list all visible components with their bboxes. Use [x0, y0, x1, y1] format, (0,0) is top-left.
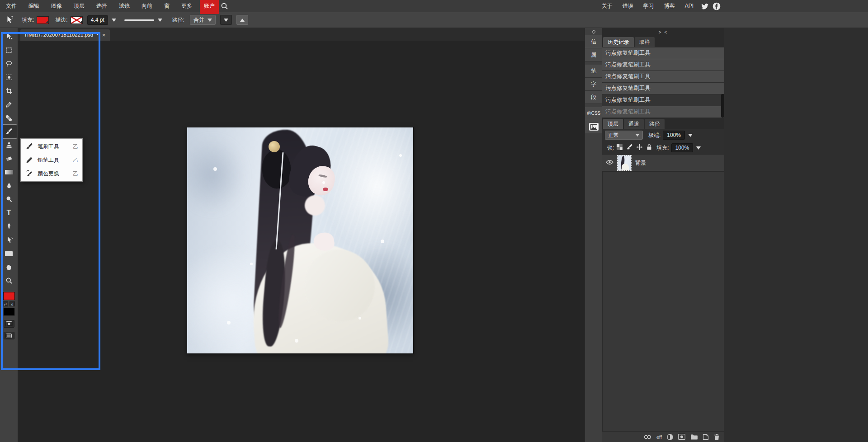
- lock-all-icon[interactable]: [646, 144, 652, 152]
- fill-dropdown-icon[interactable]: [696, 146, 701, 150]
- menu-image[interactable]: 图像: [45, 0, 68, 12]
- close-tab-icon[interactable]: ×: [101, 32, 107, 38]
- account-button[interactable]: 账户: [200, 0, 219, 14]
- screen-mode-button[interactable]: [4, 332, 14, 339]
- menu-report[interactable]: 错误: [618, 0, 638, 12]
- tab-paths[interactable]: 路径: [645, 119, 665, 129]
- menu-blog[interactable]: 博客: [659, 0, 680, 12]
- zoom-tool[interactable]: [1, 274, 17, 287]
- canvas-area[interactable]: [18, 41, 585, 442]
- trash-icon[interactable]: [714, 434, 720, 440]
- panel-button-character[interactable]: 字: [585, 78, 602, 91]
- stroke-style-preview[interactable]: [124, 19, 154, 21]
- spot-heal-tool[interactable]: [1, 111, 17, 125]
- menu-select[interactable]: 选择: [90, 0, 113, 12]
- eyedropper-tool[interactable]: [1, 98, 17, 111]
- stroke-width-dropdown-icon[interactable]: [112, 19, 116, 22]
- menu-layer[interactable]: 顶层: [68, 0, 90, 12]
- menu-more[interactable]: 更多: [175, 0, 198, 12]
- path-down-button[interactable]: [220, 15, 232, 25]
- panels-collapse-button[interactable]: > <: [602, 28, 724, 36]
- foreground-color-swatch[interactable]: [3, 292, 15, 300]
- dodge-tool[interactable]: [1, 193, 17, 206]
- history-entry[interactable]: 污点修复笔刷工具: [602, 47, 724, 59]
- history-entry-undone[interactable]: 污点修复笔刷工具: [602, 106, 724, 118]
- crop-tool[interactable]: [1, 84, 17, 98]
- history-entry[interactable]: 污点修复笔刷工具: [602, 59, 724, 71]
- new-layer-icon[interactable]: [703, 434, 709, 440]
- fill-swatch[interactable]: [37, 16, 49, 24]
- move-lock-icon[interactable]: [636, 144, 643, 152]
- twitter-icon[interactable]: [700, 3, 709, 10]
- default-colors-button[interactable]: d: [9, 301, 15, 306]
- flyout-item-pencil[interactable]: 铅笔工具 乙: [21, 153, 82, 167]
- history-entry[interactable]: 污点修复笔刷工具: [602, 71, 724, 82]
- panel-button-info[interactable]: 信: [585, 35, 602, 48]
- canvas-image[interactable]: [187, 127, 413, 353]
- rectangle-tool[interactable]: [1, 247, 17, 260]
- panel-button-paragraph[interactable]: 段: [585, 91, 602, 104]
- adjustment-icon[interactable]: [667, 434, 673, 440]
- tab-layers[interactable]: 顶层: [603, 119, 623, 129]
- menu-file[interactable]: 文件: [0, 0, 23, 12]
- tab-channels[interactable]: 通道: [624, 119, 644, 129]
- direct-select-tool[interactable]: [1, 233, 17, 247]
- lasso-tool[interactable]: [1, 57, 17, 71]
- swap-colors-button[interactable]: ⇄: [3, 301, 8, 306]
- history-entry[interactable]: 污点修复笔刷工具: [602, 83, 724, 94]
- menu-api[interactable]: API: [680, 0, 698, 12]
- mask-icon[interactable]: [678, 434, 685, 440]
- eraser-tool[interactable]: [1, 152, 17, 165]
- brush-tool[interactable]: [1, 125, 17, 138]
- menu-view[interactable]: 向前: [136, 0, 158, 12]
- layer-thumbnail[interactable]: [618, 155, 631, 170]
- menu-window[interactable]: 窗: [158, 0, 175, 12]
- stroke-swatch[interactable]: [71, 16, 83, 24]
- tab-swatches[interactable]: 取样: [635, 37, 655, 47]
- opacity-input[interactable]: 100%: [663, 131, 685, 140]
- layer-visibility-eye-icon[interactable]: [606, 160, 613, 166]
- strip-collapse-icon[interactable]: [585, 28, 602, 35]
- layer-row-background[interactable]: 背景: [602, 154, 724, 171]
- flyout-item-color-replace[interactable]: 颜色更换 乙: [21, 167, 82, 180]
- checkerboard-lock-icon[interactable]: [616, 144, 623, 152]
- menu-filter[interactable]: 滤镜: [113, 0, 136, 12]
- path-mode-select[interactable]: 合并: [190, 15, 216, 25]
- layers-list-empty-area[interactable]: [602, 171, 724, 431]
- link-icon[interactable]: [644, 435, 651, 439]
- object-select-tool[interactable]: [1, 71, 17, 84]
- menu-about[interactable]: 关于: [597, 0, 618, 12]
- fill-opacity-input[interactable]: 100%: [671, 143, 693, 152]
- panel-button-properties[interactable]: 属: [585, 48, 602, 61]
- panel-button-brush[interactable]: 笔: [585, 65, 602, 78]
- history-scrollbar[interactable]: [721, 94, 724, 118]
- move-tool[interactable]: [1, 30, 17, 43]
- path-up-button[interactable]: [236, 15, 248, 25]
- stroke-width-input[interactable]: 4.4 pt: [87, 15, 108, 25]
- folder-icon[interactable]: [690, 434, 698, 440]
- stroke-style-dropdown-icon[interactable]: [158, 19, 162, 22]
- search-icon[interactable]: [221, 2, 228, 10]
- tab-history[interactable]: 历史记录: [603, 37, 634, 47]
- blend-mode-select[interactable]: 正常: [605, 131, 643, 140]
- panel-button-css[interactable]: 的CSS: [585, 107, 602, 120]
- history-entry-current[interactable]: 污点修复笔刷工具: [602, 94, 724, 106]
- effects-label[interactable]: eff: [656, 434, 662, 440]
- brush-lock-icon[interactable]: [626, 144, 633, 152]
- document-tab[interactable]: TIM图片20200718110221.psd * ×: [20, 29, 110, 41]
- background-color-swatch[interactable]: [3, 308, 15, 316]
- quick-mask-button[interactable]: [4, 320, 14, 328]
- menu-learn[interactable]: 学习: [638, 0, 659, 12]
- gradient-tool[interactable]: [1, 165, 17, 179]
- menu-edit[interactable]: 编辑: [23, 0, 45, 12]
- flyout-item-brush[interactable]: 笔刷工具 乙: [21, 140, 82, 153]
- rect-select-tool[interactable]: [1, 43, 17, 57]
- panel-button-image[interactable]: [585, 120, 602, 133]
- pen-tool[interactable]: [1, 220, 17, 233]
- opacity-dropdown-icon[interactable]: [688, 134, 693, 137]
- facebook-icon[interactable]: [712, 2, 721, 10]
- clone-stamp-tool[interactable]: [1, 138, 17, 152]
- hand-tool[interactable]: [1, 260, 17, 274]
- type-tool[interactable]: T: [1, 206, 17, 220]
- blur-tool[interactable]: [1, 179, 17, 193]
